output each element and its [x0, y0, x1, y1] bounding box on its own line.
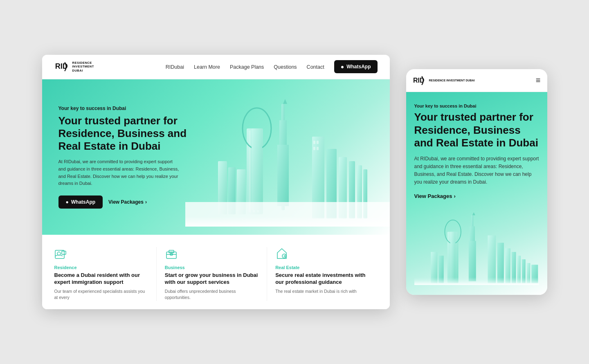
logo-icon: RID — [54, 59, 69, 74]
desktop-hero: Your key to success in Dubai Your truste… — [42, 79, 390, 235]
hero-content: Your key to success in Dubai Your truste… — [58, 106, 198, 209]
feature-residence: Residence Become a Dubai resident with o… — [54, 247, 157, 301]
residence-icon — [54, 247, 67, 260]
feature-residence-category: Residence — [54, 265, 148, 270]
mobile-view-packages-link[interactable]: View Packages › — [414, 193, 539, 199]
feature-realestate-desc: The real estate market in Dubai is rich … — [275, 288, 369, 295]
hero-title: Your trusted partner for Residence, Busi… — [58, 115, 198, 153]
mobile-hero-title: Your trusted partner for Residence, Busi… — [414, 111, 539, 149]
nav-contact[interactable]: Contact — [307, 64, 324, 70]
mobile-skyline-image — [414, 207, 539, 287]
nav-whatsapp-button[interactable]: ● WhatsApp — [334, 60, 378, 73]
mobile-navbar: RID RESIDENCE INVESTMENT DUBAI ≡ — [406, 69, 547, 92]
svg-rect-26 — [185, 202, 390, 227]
svg-rect-31 — [169, 250, 174, 253]
feature-residence-title: Become a Dubai resident with our expert … — [54, 272, 148, 286]
mobile-logo-text: RESIDENCE INVESTMENT DUBAI — [429, 79, 475, 82]
hero-description: At RIDubai, we are committed to providin… — [58, 158, 181, 187]
feature-realestate: ⚙ Real Estate Secure real estate investm… — [275, 247, 377, 301]
chevron-right-icon-mobile: › — [454, 193, 456, 199]
chevron-right-icon: › — [145, 199, 147, 205]
feature-business-title: Start or grow your business in Dubai wit… — [165, 272, 259, 286]
svg-marker-4 — [283, 99, 287, 104]
nav-ridubai[interactable]: RIDubai — [166, 64, 184, 70]
svg-marker-40 — [472, 212, 475, 215]
svg-rect-29 — [62, 251, 66, 254]
mobile-logo-icon: RID — [413, 74, 426, 87]
feature-realestate-title: Secure real estate investments with our … — [275, 272, 369, 286]
svg-text:⚙: ⚙ — [283, 255, 286, 258]
hero-view-packages-link[interactable]: View Packages › — [108, 199, 147, 205]
nav-links: RIDubai Learn More Package Plans Questio… — [166, 63, 324, 70]
business-icon — [165, 247, 178, 260]
svg-rect-20 — [313, 147, 315, 150]
nav-package-plans[interactable]: Package Plans — [230, 64, 264, 70]
hero-actions: ● WhatsApp View Packages › — [58, 195, 198, 209]
mobile-hero-description: At RIDubai, we are committed to providin… — [414, 155, 539, 186]
nav-learn-more[interactable]: Learn More — [194, 64, 220, 70]
whatsapp-icon-hero: ● — [66, 199, 69, 205]
hero-skyline-image — [185, 96, 390, 235]
desktop-browser-mockup: RID RESIDENCE INVESTMENT DUBAI RIDubai L… — [42, 55, 390, 309]
svg-rect-19 — [317, 141, 319, 144]
realestate-icon: ⚙ — [275, 247, 288, 260]
feature-business: Business Start or grow your business in … — [165, 247, 267, 301]
hero-whatsapp-button[interactable]: ● WhatsApp — [58, 195, 103, 209]
whatsapp-icon: ● — [341, 63, 344, 70]
mobile-hero-subtitle: Your key to success in Dubai — [414, 103, 539, 108]
feature-business-desc: Dubai offers unprecedented business oppo… — [165, 288, 259, 301]
desktop-logo[interactable]: RID RESIDENCE INVESTMENT DUBAI — [54, 59, 94, 74]
feature-business-category: Business — [165, 265, 259, 270]
hamburger-menu-button[interactable]: ≡ — [536, 76, 541, 85]
hero-subtitle: Your key to success in Dubai — [58, 106, 198, 111]
svg-rect-21 — [317, 147, 319, 150]
mobile-browser-mockup: RID RESIDENCE INVESTMENT DUBAI ≡ Your ke… — [406, 69, 547, 294]
feature-residence-desc: Our team of experienced specialists assi… — [54, 288, 148, 301]
nav-questions[interactable]: Questions — [274, 64, 297, 70]
logo-text: RESIDENCE INVESTMENT DUBAI — [72, 61, 94, 73]
desktop-navbar: RID RESIDENCE INVESTMENT DUBAI RIDubai L… — [42, 55, 390, 79]
mobile-logo[interactable]: RID RESIDENCE INVESTMENT DUBAI — [413, 74, 536, 87]
mobile-hero: Your key to success in Dubai Your truste… — [406, 92, 547, 294]
feature-realestate-category: Real Estate — [275, 265, 369, 270]
features-section: Residence Become a Dubai resident with o… — [42, 235, 390, 309]
svg-rect-18 — [313, 141, 315, 144]
svg-rect-55 — [414, 259, 539, 285]
